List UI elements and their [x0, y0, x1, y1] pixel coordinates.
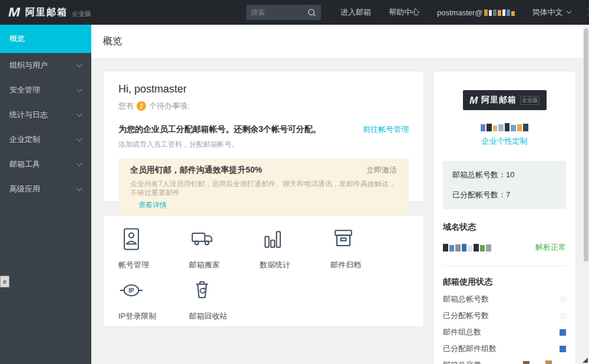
sidebar-item-advanced-apps[interactable]: 高级应用 [0, 177, 91, 201]
sidebar: 概览 组织与用户 安全管理 统计与日志 企业定制 邮箱工具 高级应用 [0, 25, 91, 364]
usage-row-mail-groups: 邮件组总数 [443, 327, 566, 337]
chevron-down-icon [77, 61, 82, 67]
chevron-down-icon [77, 185, 82, 191]
ip-icon: IP [118, 277, 189, 303]
chevron-down-icon [566, 9, 571, 14]
account-management-link[interactable]: 前往帐号管理 [363, 124, 409, 135]
chevron-down-icon [77, 135, 82, 141]
greeting-card: Hi, postmaster 您有 2 个待办事项: 为您的企业员工分配邮箱帐号… [103, 71, 424, 202]
browser-edge-tab[interactable]: e [0, 276, 9, 287]
usage-row-total-capacity: 邮箱总容量 [443, 360, 566, 364]
sidebar-item-security[interactable]: 安全管理 [0, 78, 91, 102]
censored-account-domain [484, 9, 515, 16]
recycle-bin-icon [189, 277, 260, 303]
assigned-accounts-row: 已分配帐号数：7 [452, 190, 557, 200]
view-details-link[interactable]: 查看详情 [138, 200, 167, 210]
truck-icon [189, 226, 260, 252]
domain-status-title: 域名状态 [443, 222, 566, 233]
shortcut-label: 邮箱搬家 [189, 260, 260, 270]
task-row: 为您的企业员工分配邮箱帐号。还剩余3个帐号可分配。 前往帐号管理 [118, 124, 409, 135]
censored-company-name [443, 123, 566, 131]
panel-divider [443, 266, 566, 266]
sidebar-item-label: 概览 [9, 34, 25, 44]
enterprise-customization-link[interactable]: 企业个性定制 [443, 136, 566, 147]
total-accounts-value: 10 [506, 170, 514, 179]
sidebar-item-organization-users[interactable]: 组织与用户 [0, 53, 91, 78]
resize-handle-icon [583, 358, 588, 363]
dingmail-promo-banner: 全员用钉邮，邮件沟通效率提升50% 立即激活 企业尚有7人没启用钉邮，启用后全面… [118, 158, 409, 217]
censored-value [560, 313, 566, 319]
shortcut-mail-archive[interactable]: 邮件归档 [330, 226, 401, 270]
assigned-accounts-label: 已分配帐号数： [452, 190, 506, 199]
usage-label: 邮箱总容量 [443, 360, 481, 364]
sidebar-item-label: 企业定制 [9, 134, 40, 145]
account-stats-box: 邮箱总帐号数：10 已分配帐号数：7 [443, 161, 566, 209]
usage-label: 已分配邮件组数 [443, 343, 497, 354]
logout-link[interactable]: 退出 [580, 0, 589, 25]
task-description: 添加或导入员工资料，分配邮箱帐号。 [118, 140, 409, 150]
svg-text:IP: IP [128, 287, 134, 294]
usage-label: 邮件组总数 [443, 327, 481, 337]
search-box[interactable] [246, 5, 321, 20]
sidebar-item-enterprise-custom[interactable]: 企业定制 [0, 127, 91, 152]
vertical-scrollbar[interactable] [583, 25, 589, 364]
dns-resolution-status[interactable]: 解析正常 [535, 242, 566, 253]
shortcut-data-statistics[interactable]: 数据统计 [260, 226, 330, 270]
shortcuts-card: 帐号管理 邮箱搬家 数据统计 [103, 215, 424, 327]
shortcut-mailbox-recycle-bin[interactable]: 邮箱回收站 [189, 277, 260, 321]
shortcut-ip-login-restriction[interactable]: IP IP登录限制 [118, 277, 189, 321]
chevron-down-icon [77, 86, 82, 92]
account-menu[interactable]: postmaster@ [428, 0, 524, 25]
shortcut-mailbox-migration[interactable]: 邮箱搬家 [189, 226, 260, 270]
chevron-down-icon [77, 160, 82, 166]
shortcut-label: 邮件归档 [330, 260, 401, 270]
sidebar-item-label: 邮箱工具 [9, 159, 40, 170]
sidebar-item-label: 高级应用 [9, 184, 40, 194]
chevron-down-icon [77, 111, 82, 117]
alimail-logo-icon: M [8, 6, 20, 19]
search-input[interactable] [246, 8, 307, 16]
panel-brand-edition: 企业版 [520, 96, 540, 105]
usage-label: 已分配帐号数 [443, 310, 489, 321]
sidebar-item-label: 组织与用户 [9, 60, 48, 71]
censored-value [560, 296, 566, 302]
usage-row-total-accounts: 邮箱总帐号数 [443, 294, 566, 304]
sidebar-item-label: 统计与日志 [9, 110, 48, 120]
enter-mailbox-link[interactable]: 进入邮箱 [332, 0, 380, 25]
panel-brand-name: 阿里邮箱 [481, 95, 517, 105]
banner-title: 全员用钉邮，邮件沟通效率提升50% [130, 165, 262, 176]
search-icon[interactable] [307, 8, 316, 17]
scrollbar-thumb[interactable] [584, 28, 588, 262]
id-card-icon [118, 226, 189, 252]
activate-now-link[interactable]: 立即激活 [366, 165, 397, 176]
summary-panel: M 阿里邮箱 企业版 企业个性定制 邮箱总帐号数：10 已分配帐号数：7 域名状… [433, 71, 576, 364]
brand-logo[interactable]: M 阿里邮箱 企业版 [0, 5, 91, 19]
todo-prefix: 您有 [118, 101, 134, 111]
shortcut-label: IP登录限制 [118, 312, 189, 321]
censored-domain-name [443, 244, 491, 252]
language-selector[interactable]: 简体中文 [524, 0, 580, 25]
brand-edition: 企业版 [72, 9, 91, 18]
usage-label: 邮箱总帐号数 [443, 294, 489, 305]
shortcut-account-management[interactable]: 帐号管理 [118, 226, 189, 270]
domain-status-row: 解析正常 [443, 242, 566, 253]
sidebar-item-overview[interactable]: 概览 [0, 25, 91, 53]
topnav: 进入邮箱 帮助中心 postmaster@ 简体中文 退出 [332, 0, 583, 25]
archive-box-icon [330, 226, 401, 252]
greeting-text: Hi, postmaster [118, 83, 409, 95]
help-center-link[interactable]: 帮助中心 [380, 0, 428, 25]
assigned-accounts-value: 7 [506, 190, 510, 199]
bar-chart-icon [260, 226, 330, 252]
sidebar-item-mail-tools[interactable]: 邮箱工具 [0, 152, 91, 177]
shortcut-label: 帐号管理 [118, 260, 189, 270]
topbar: M 阿里邮箱 企业版 进入邮箱 帮助中心 postmaster@ [0, 0, 589, 25]
censored-value [560, 346, 566, 352]
total-accounts-label: 邮箱总帐号数： [452, 170, 506, 179]
brand-name: 阿里邮箱 [25, 6, 68, 19]
usage-status-title: 邮箱使用状态 [443, 277, 566, 287]
banner-description: 企业尚有7人没启用钉邮，启用后全面打通邮件、聊天和电话通讯，发邮件高效触达，不错… [130, 180, 397, 197]
shortcut-label: 邮箱回收站 [189, 312, 260, 321]
alimail-logo-icon: M [469, 95, 478, 105]
total-accounts-row: 邮箱总帐号数：10 [452, 170, 557, 180]
sidebar-item-statistics-logs[interactable]: 统计与日志 [0, 102, 91, 127]
